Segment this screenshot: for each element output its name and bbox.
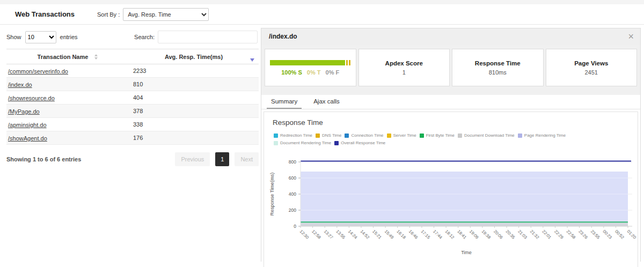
legend-swatch-icon: [387, 134, 391, 138]
apdex-labels: 100% S 0% T 0% F: [281, 69, 339, 76]
svg-text:22:01: 22:01: [541, 229, 552, 240]
transaction-name-link[interactable]: /MyPage.do: [8, 108, 40, 115]
svg-text:21:03: 21:03: [517, 229, 528, 240]
svg-text:13:55: 13:55: [335, 229, 346, 240]
legend-item-label: Document Download Time: [464, 133, 515, 138]
legend-item: Page Rendering Time: [518, 133, 566, 138]
detail-tabs-section: Summary Ajax calls Response Time Redirec…: [261, 95, 640, 267]
legend-swatch-icon: [334, 141, 339, 145]
legend-swatch-icon: [345, 134, 349, 138]
svg-text:18:41: 18:41: [456, 229, 467, 240]
legend-swatch-icon: [458, 134, 462, 138]
column-header-transaction-name[interactable]: Transaction Name: [6, 54, 129, 60]
table-header-row: Transaction Name Avg. Resp. Time(ms): [6, 49, 259, 64]
svg-text:14:52: 14:52: [360, 229, 371, 240]
legend-item-label: Document Rendering Time: [280, 140, 331, 145]
table-row: /showAgent.do 176: [6, 131, 259, 145]
svg-text:23:26: 23:26: [577, 229, 589, 240]
tab-ajax-calls[interactable]: Ajax calls: [309, 95, 344, 109]
svg-text:15:21: 15:21: [371, 229, 383, 240]
sort-by-label: Sort By :: [97, 11, 120, 18]
svg-text:Response Time(ms): Response Time(ms): [269, 173, 275, 216]
legend-item-label: Server Time: [393, 133, 416, 138]
chart-container: 020040060080012:3012:5813:2713:5514:2414…: [264, 148, 638, 258]
tab-summary[interactable]: Summary: [267, 95, 302, 109]
svg-text:0: 0: [294, 224, 296, 229]
show-entries-group: Show 10 entries: [6, 31, 78, 43]
page-views-label: Page Views: [574, 60, 608, 66]
legend-swatch-icon: [274, 141, 278, 145]
svg-text:20:35: 20:35: [505, 229, 516, 240]
search-label: Search:: [134, 34, 155, 40]
apdex-bar: [270, 60, 350, 65]
legend-swatch-icon: [274, 134, 278, 138]
transaction-name-link[interactable]: /index.do: [8, 81, 32, 88]
legend-item: Document Rendering Time: [274, 140, 331, 145]
table-row: /apminsight.do 338: [6, 118, 259, 131]
transactions-table: Transaction Name Avg. Resp. Time(ms) /co…: [6, 49, 259, 145]
sort-unsorted-icon: [94, 54, 98, 60]
avg-resp-time-cell: 338: [129, 121, 259, 128]
transactions-panel: Show 10 entries Search: Transaction Name…: [0, 25, 261, 267]
avg-resp-time-cell: 810: [129, 81, 259, 87]
detail-panel-header: /index.do ×: [261, 28, 640, 44]
transaction-name-link[interactable]: /showresource.do: [8, 95, 55, 101]
svg-text:20:06: 20:06: [493, 229, 504, 240]
table-footer: Showing 1 to 6 of 6 entries Previous 1 N…: [6, 152, 259, 166]
svg-text:16:18: 16:18: [396, 229, 407, 240]
legend-item: Server Time: [387, 133, 416, 138]
transaction-name-link[interactable]: /showAgent.do: [8, 135, 47, 142]
legend-swatch-icon: [316, 134, 320, 138]
legend-swatch-icon: [518, 134, 522, 138]
legend-item-label: DNS Time: [322, 133, 341, 138]
svg-text:Time: Time: [461, 250, 472, 255]
column-header-avg-resp-time[interactable]: Avg. Resp. Time(ms): [129, 54, 259, 60]
apdex-score-card: Apdex Score 1: [358, 49, 450, 86]
transaction-detail-panel: /index.do × 100% S 0% T 0% F Apde: [261, 28, 641, 262]
next-page-button[interactable]: Next: [235, 152, 259, 166]
avg-resp-time-cell: 2233: [129, 68, 259, 74]
avg-resp-time-cell: 378: [129, 108, 259, 114]
sort-by-select[interactable]: Avg. Resp. Time: [123, 8, 209, 21]
svg-text:200: 200: [289, 207, 296, 213]
current-page-button[interactable]: 1: [215, 152, 229, 166]
response-time-value: 810ms: [489, 69, 507, 76]
svg-text:22:58: 22:58: [566, 229, 577, 240]
svg-text:17:44: 17:44: [432, 229, 443, 240]
page-title: Web Transactions: [15, 10, 75, 18]
svg-text:00:23: 00:23: [602, 229, 613, 240]
page-views-card: Page Views 2451: [546, 49, 638, 86]
legend-item-label: Overall Response Time: [341, 140, 385, 145]
transaction-name-header-label: Transaction Name: [38, 54, 89, 60]
svg-text:19:38: 19:38: [480, 229, 492, 240]
search-input[interactable]: [158, 31, 258, 43]
transaction-name-link[interactable]: /common/serverinfo.do: [8, 68, 68, 75]
apdex-bar-satisfied: [270, 60, 345, 65]
top-strip: [0, 0, 644, 4]
table-controls: Show 10 entries Search:: [0, 25, 261, 49]
legend-item: DNS Time: [316, 133, 341, 138]
svg-text:14:24: 14:24: [347, 229, 358, 240]
avg-resp-time-header-label: Avg. Resp. Time(ms): [165, 54, 223, 60]
avg-resp-time-cell: 404: [129, 94, 259, 101]
sort-descending-icon: [250, 58, 254, 62]
app-header: Web Transactions Sort By : Avg. Resp. Ti…: [0, 4, 644, 25]
svg-text:800: 800: [289, 159, 296, 165]
apdex-bar-frustrated: [349, 60, 350, 65]
close-icon[interactable]: ×: [628, 32, 634, 41]
pagination: Previous 1 Next: [175, 152, 259, 166]
svg-text:18:12: 18:12: [444, 229, 456, 240]
svg-text:600: 600: [289, 175, 296, 181]
response-time-card: Response Time 810ms: [452, 49, 544, 86]
show-entries-select[interactable]: 10: [25, 31, 56, 43]
apdex-frustrated-label: 0% F: [326, 69, 340, 76]
svg-text:17:15: 17:15: [420, 229, 431, 240]
response-time-label: Response Time: [475, 60, 521, 66]
previous-page-button[interactable]: Previous: [175, 152, 210, 166]
summary-content-card: Response Time Redirection Time DNS Time …: [264, 112, 638, 267]
svg-text:400: 400: [289, 191, 296, 197]
apdex-tolerating-label: 0% T: [307, 69, 321, 76]
transaction-name-link[interactable]: /apminsight.do: [8, 122, 47, 128]
svg-text:16:46: 16:46: [408, 229, 419, 240]
svg-text:12:58: 12:58: [311, 229, 322, 240]
